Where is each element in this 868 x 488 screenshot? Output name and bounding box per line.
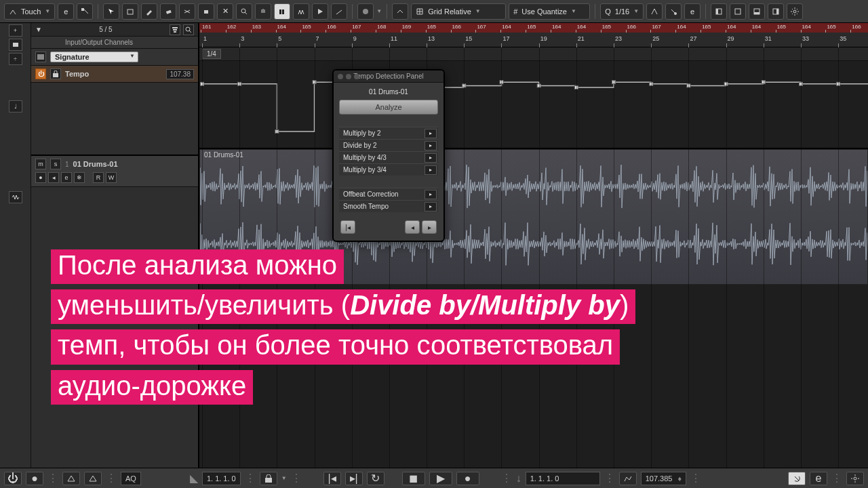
chevron-down-icon: ▼ [376, 8, 382, 14]
prev-button[interactable]: ◂ [405, 220, 420, 234]
hand-tool[interactable] [255, 3, 271, 20]
punch-in[interactable]: ● [26, 472, 43, 485]
left-rail: + ÷ ♩ [0, 23, 31, 468]
erase-tool[interactable] [160, 3, 176, 20]
arrow-tool[interactable] [103, 3, 119, 20]
analyze-button[interactable]: Analyze [339, 100, 438, 115]
io-channels-row[interactable]: Input/Output Channels [31, 37, 198, 49]
comp-tool[interactable] [274, 3, 290, 20]
svg-point-62 [854, 477, 856, 480]
record-button[interactable]: ● [35, 172, 46, 183]
signature-track-row[interactable]: Signature [31, 49, 198, 66]
quantize-link-dropdown[interactable]: # Use Quantize ▼ [509, 3, 590, 20]
add-menu[interactable]: ▼ [35, 26, 42, 33]
layout-4[interactable] [768, 3, 784, 20]
svg-rect-33 [537, 84, 540, 87]
tempo-lock-icon[interactable] [50, 68, 61, 79]
snap-toggle[interactable] [392, 3, 408, 20]
mute-button[interactable]: m [35, 159, 46, 169]
color-tool[interactable] [357, 3, 374, 20]
constrain-tool[interactable] [77, 3, 93, 20]
settings-gear[interactable] [787, 3, 803, 20]
divide-tracklist[interactable]: ÷ [9, 53, 22, 65]
metronome-pre[interactable] [62, 472, 80, 485]
quantize-value-dropdown[interactable]: Q 1/16 ▼ [600, 3, 644, 20]
rewind-start-button[interactable]: |◂ [340, 220, 355, 234]
stop-button[interactable]: ◼ [402, 472, 425, 485]
left-locator-field[interactable]: 1. 1. 1. 0 [202, 472, 241, 485]
play-tool[interactable] [312, 3, 328, 20]
e-button[interactable]: e [58, 3, 74, 20]
range-tool[interactable] [122, 3, 138, 20]
tempo-track-toggle[interactable] [619, 472, 637, 485]
tempo-value[interactable]: 107.38 [166, 69, 194, 79]
apply-button[interactable]: ▸ [425, 141, 437, 150]
top-toolbar: Touch ▼ e ✕ ▼ Grid Relative ▼ # Use Quan… [0, 0, 868, 23]
metronome[interactable] [84, 472, 102, 485]
snap-type-dropdown[interactable]: Grid Relative ▼ [411, 3, 506, 20]
mute-tool[interactable]: ✕ [217, 3, 233, 20]
signature-flag[interactable]: 1/4 [202, 49, 221, 59]
quantize-apply[interactable] [646, 3, 663, 20]
panel-titlebar[interactable]: Tempo Detection Panel [334, 70, 443, 83]
audio-track-row[interactable]: m s 1 01 Drums-01 ● ◂ e ❄ R W [31, 156, 198, 187]
settings-transport[interactable] [846, 472, 864, 485]
svg-rect-6 [282, 9, 284, 14]
visibility-toggle[interactable] [9, 39, 22, 51]
svg-rect-61 [265, 478, 272, 483]
lock-button[interactable] [260, 472, 277, 485]
position-field[interactable]: 1. 1. 1. 0 [526, 472, 600, 485]
audio-align[interactable] [665, 3, 682, 20]
tempo-track-row[interactable]: ⏻ Tempo 107.38 [31, 66, 198, 83]
record-button-transport[interactable]: ● [456, 472, 479, 485]
goto-end[interactable]: ▸| [345, 472, 363, 485]
read-button[interactable]: R [93, 172, 104, 183]
play-button[interactable]: ▶ [429, 472, 452, 485]
apply-button[interactable]: ▸ [425, 165, 437, 175]
goto-start[interactable]: |◂ [323, 472, 341, 485]
clip-label: 01 Drums-01 [204, 151, 243, 159]
track-filter[interactable] [170, 24, 180, 35]
monitor-button[interactable]: ◂ [48, 172, 59, 183]
e-settings[interactable]: e [684, 3, 701, 20]
apply-button[interactable]: ▸ [425, 153, 437, 163]
edit-button[interactable]: e [61, 172, 72, 183]
layout-3[interactable] [749, 3, 765, 20]
line-tool[interactable] [331, 3, 347, 20]
sync-button[interactable] [788, 472, 806, 485]
draw-tool[interactable] [141, 3, 157, 20]
tempo-lane[interactable] [199, 61, 868, 149]
apply-button[interactable]: ▸ [425, 129, 437, 138]
glue-tool[interactable] [198, 3, 214, 20]
cycle-button[interactable]: ↻ [367, 472, 384, 485]
signature-lane[interactable]: 1/4 [199, 47, 868, 61]
next-button[interactable]: ▸ [422, 220, 437, 234]
apply-button[interactable]: ▸ [425, 190, 437, 199]
freeze-button[interactable]: ❄ [74, 172, 85, 183]
write-button[interactable]: W [106, 172, 117, 183]
tempo-active-icon[interactable]: ⏻ [35, 68, 46, 79]
track-search[interactable] [183, 24, 194, 35]
solo-button[interactable]: s [50, 159, 61, 169]
svg-rect-25 [238, 82, 241, 85]
power-icon[interactable]: ⏻ [4, 472, 22, 485]
add-track-button[interactable]: + [9, 24, 22, 37]
e-button-transport[interactable]: e [810, 472, 827, 485]
automation-mode-label: Touch [21, 7, 41, 16]
ruler[interactable]: 1611621631641651661671681691651661671641… [199, 23, 868, 47]
tempo-display[interactable]: 107.385♦ [641, 472, 686, 485]
split-tool[interactable] [179, 3, 195, 20]
zoom-tool[interactable] [236, 3, 252, 20]
layout-2[interactable] [730, 3, 746, 20]
panel-action-row: Divide by 2▸ [339, 139, 438, 151]
warp-tool[interactable] [293, 3, 309, 20]
aq-indicator[interactable]: AQ [121, 472, 141, 485]
dot-icon [346, 74, 351, 79]
signature-dropdown[interactable]: Signature [50, 52, 138, 62]
apply-button[interactable]: ▸ [425, 202, 437, 211]
automation-mode-dropdown[interactable]: Touch ▼ [4, 3, 55, 20]
sig-folder-icon [35, 52, 46, 62]
panel-action-row: Multiply by 2▸ [339, 127, 438, 139]
layout-1[interactable] [711, 3, 727, 20]
svg-rect-19 [173, 29, 177, 30]
